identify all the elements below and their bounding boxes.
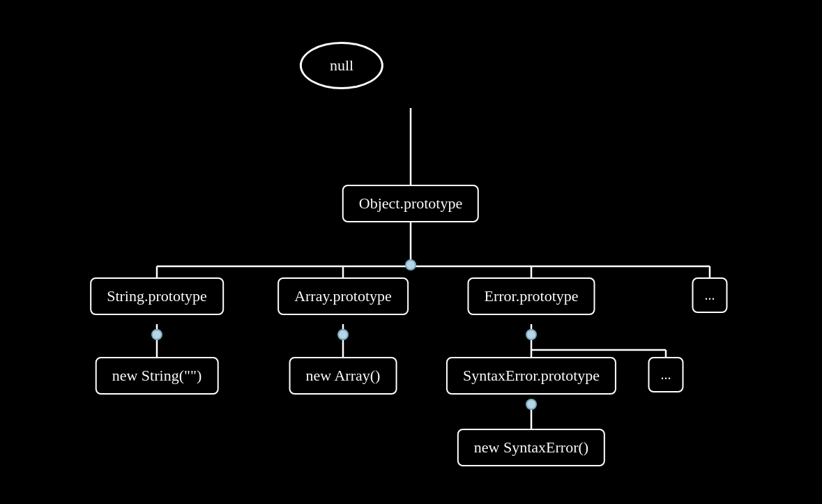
prototype-chain-diagram: null Object.prototype String.prototype A… [0,0,822,504]
new-string-label: new String("") [96,357,219,395]
syntax-error-prototype-label: SyntaxError.prototype [446,357,616,395]
more-node-2: ... [648,357,684,392]
connection-lines [0,0,822,504]
svg-point-17 [526,399,536,409]
syntax-error-prototype-node: SyntaxError.prototype [446,357,616,395]
string-prototype-node: String.prototype [90,277,224,315]
null-node: null [300,42,383,89]
svg-point-15 [338,330,348,339]
svg-point-16 [526,330,536,339]
string-prototype-label: String.prototype [90,277,224,315]
more-label-1: ... [692,277,728,313]
object-prototype-label: Object.prototype [342,185,479,222]
error-prototype-label: Error.prototype [467,277,595,315]
object-prototype-node: Object.prototype [342,185,479,222]
error-prototype-node: Error.prototype [467,277,595,315]
null-label: null [300,42,383,89]
more-label-2: ... [648,357,684,392]
new-array-node: new Array() [289,357,397,395]
new-syntax-error-label: new SyntaxError() [457,429,605,466]
more-node-1: ... [692,277,728,313]
array-prototype-node: Array.prototype [277,277,409,315]
new-syntax-error-node: new SyntaxError() [457,429,605,466]
new-array-label: new Array() [289,357,397,395]
svg-point-18 [406,260,416,270]
array-prototype-label: Array.prototype [277,277,409,315]
svg-point-14 [152,330,162,339]
new-string-node: new String("") [96,357,219,395]
